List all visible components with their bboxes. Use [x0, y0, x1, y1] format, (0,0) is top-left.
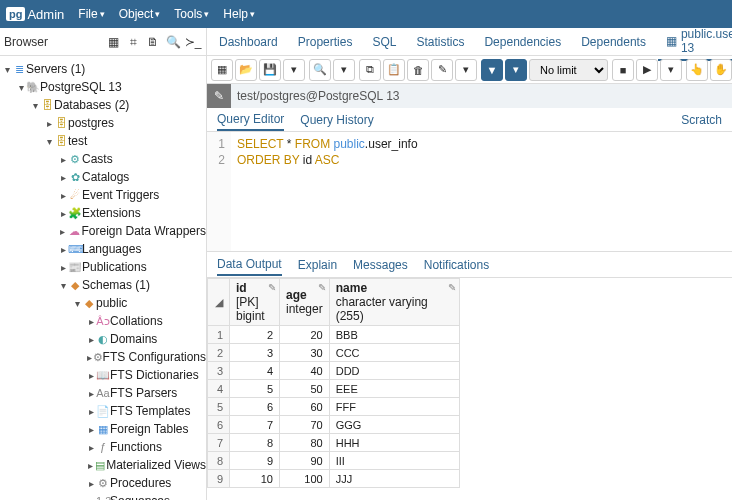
cell-id[interactable]: 6: [230, 398, 280, 416]
node-proc[interactable]: ▸⚙Procedures: [0, 474, 206, 492]
find-button[interactable]: 🔍: [309, 59, 331, 81]
table-row[interactable]: 910100JJJ: [208, 470, 460, 488]
filter-button[interactable]: ▼: [481, 59, 503, 81]
connection-icon[interactable]: ✎: [207, 84, 231, 108]
copy-button[interactable]: ⧉: [359, 59, 381, 81]
object-tree[interactable]: ▾≣Servers (1) ▾🐘PostgreSQL 13 ▾🗄Database…: [0, 56, 206, 500]
cell-id[interactable]: 8: [230, 434, 280, 452]
cell-name[interactable]: EEE: [329, 380, 459, 398]
col-name[interactable]: namecharacter varying (255)✎: [329, 279, 459, 326]
save-button[interactable]: 💾: [259, 59, 281, 81]
node-func[interactable]: ▸ƒFunctions: [0, 438, 206, 456]
row-number[interactable]: 8: [208, 452, 230, 470]
node-ftstmpl[interactable]: ▸📄FTS Templates: [0, 402, 206, 420]
filter-dropdown[interactable]: ▾: [505, 59, 527, 81]
node-pubs[interactable]: ▸📰Publications: [0, 258, 206, 276]
row-number[interactable]: 2: [208, 344, 230, 362]
row-corner[interactable]: ◢: [208, 279, 230, 326]
node-ftsdict[interactable]: ▸📖FTS Dictionaries: [0, 366, 206, 384]
col-age[interactable]: ageinteger✎: [280, 279, 330, 326]
cell-id[interactable]: 7: [230, 416, 280, 434]
node-public[interactable]: ▾◆public: [0, 294, 206, 312]
tab-properties[interactable]: Properties: [290, 31, 361, 53]
cell-age[interactable]: 90: [280, 452, 330, 470]
table-row[interactable]: 7880HHH: [208, 434, 460, 452]
result-grid[interactable]: ◢ id[PK] bigint✎ ageinteger✎ namecharact…: [207, 278, 732, 500]
col-id[interactable]: id[PK] bigint✎: [230, 279, 280, 326]
node-ftsconf[interactable]: ▸⚙FTS Configurations: [0, 348, 206, 366]
cell-age[interactable]: 40: [280, 362, 330, 380]
node-databases[interactable]: ▾🗄Databases (2): [0, 96, 206, 114]
cell-name[interactable]: HHH: [329, 434, 459, 452]
row-number[interactable]: 3: [208, 362, 230, 380]
tab-sql[interactable]: SQL: [364, 31, 404, 53]
node-catalogs[interactable]: ▸✿Catalogs: [0, 168, 206, 186]
cell-age[interactable]: 20: [280, 326, 330, 344]
tab-notifications[interactable]: Notifications: [424, 255, 489, 275]
cell-age[interactable]: 100: [280, 470, 330, 488]
tab-dependents[interactable]: Dependents: [573, 31, 654, 53]
node-ftbl[interactable]: ▸▦Foreign Tables: [0, 420, 206, 438]
node-db-postgres[interactable]: ▸🗄postgres: [0, 114, 206, 132]
edit-dropdown[interactable]: ▾: [455, 59, 477, 81]
stop-button[interactable]: ■: [612, 59, 634, 81]
node-mviews[interactable]: ▸▤Materialized Views: [0, 456, 206, 474]
cell-name[interactable]: GGG: [329, 416, 459, 434]
tab-dependencies[interactable]: Dependencies: [476, 31, 569, 53]
cell-age[interactable]: 60: [280, 398, 330, 416]
pencil-icon[interactable]: ✎: [318, 282, 326, 293]
row-number[interactable]: 4: [208, 380, 230, 398]
node-domains[interactable]: ▸◐Domains: [0, 330, 206, 348]
pencil-icon[interactable]: ✎: [448, 282, 456, 293]
cell-id[interactable]: 5: [230, 380, 280, 398]
tab-query-editor[interactable]: Query Editor: [217, 109, 284, 131]
menu-help[interactable]: Help▾: [223, 7, 255, 21]
table-icon[interactable]: ⌗: [124, 33, 142, 51]
tab-explain[interactable]: Explain: [298, 255, 337, 275]
cell-name[interactable]: III: [329, 452, 459, 470]
row-number[interactable]: 5: [208, 398, 230, 416]
cell-name[interactable]: DDD: [329, 362, 459, 380]
connection-string[interactable]: test/postgres@PostgreSQL 13: [231, 84, 732, 108]
node-lang[interactable]: ▸⌨Languages: [0, 240, 206, 258]
document-icon[interactable]: 🗎: [144, 33, 162, 51]
tab-dashboard[interactable]: Dashboard: [211, 31, 286, 53]
node-collations[interactable]: ▸ÂↄCollations: [0, 312, 206, 330]
node-seq[interactable]: ▸1.3Sequences: [0, 492, 206, 500]
cell-age[interactable]: 30: [280, 344, 330, 362]
delete-button[interactable]: 🗑: [407, 59, 429, 81]
cell-age[interactable]: 80: [280, 434, 330, 452]
grid-icon[interactable]: ▦: [104, 33, 122, 51]
node-evtrig[interactable]: ▸☄Event Triggers: [0, 186, 206, 204]
tab-data-output[interactable]: Data Output: [217, 254, 282, 276]
table-row[interactable]: 8990III: [208, 452, 460, 470]
cell-age[interactable]: 50: [280, 380, 330, 398]
menu-file[interactable]: File▾: [78, 7, 104, 21]
find-dropdown[interactable]: ▾: [333, 59, 355, 81]
tab-messages[interactable]: Messages: [353, 255, 408, 275]
row-number[interactable]: 7: [208, 434, 230, 452]
paste-button[interactable]: 📋: [383, 59, 405, 81]
table-row[interactable]: 5660FFF: [208, 398, 460, 416]
limit-select[interactable]: No limit: [529, 59, 608, 81]
edit-button[interactable]: ✎: [431, 59, 453, 81]
execute-dropdown[interactable]: ▾: [660, 59, 682, 81]
tab-scratch[interactable]: Scratch: [681, 113, 722, 127]
node-ext[interactable]: ▸🧩Extensions: [0, 204, 206, 222]
table-row[interactable]: 1220BBB: [208, 326, 460, 344]
table-row[interactable]: 4550EEE: [208, 380, 460, 398]
cell-name[interactable]: CCC: [329, 344, 459, 362]
cell-name[interactable]: BBB: [329, 326, 459, 344]
node-casts[interactable]: ▸⚙Casts: [0, 150, 206, 168]
cell-id[interactable]: 9: [230, 452, 280, 470]
cell-id[interactable]: 2: [230, 326, 280, 344]
search-icon[interactable]: 🔍: [164, 33, 182, 51]
row-number[interactable]: 1: [208, 326, 230, 344]
node-pg[interactable]: ▾🐘PostgreSQL 13: [0, 78, 206, 96]
cell-name[interactable]: JJJ: [329, 470, 459, 488]
cell-id[interactable]: 10: [230, 470, 280, 488]
open-file-button[interactable]: 📂: [235, 59, 257, 81]
node-fdw[interactable]: ▸☁Foreign Data Wrappers: [0, 222, 206, 240]
node-servers[interactable]: ▾≣Servers (1): [0, 60, 206, 78]
new-query-button[interactable]: ▦: [211, 59, 233, 81]
